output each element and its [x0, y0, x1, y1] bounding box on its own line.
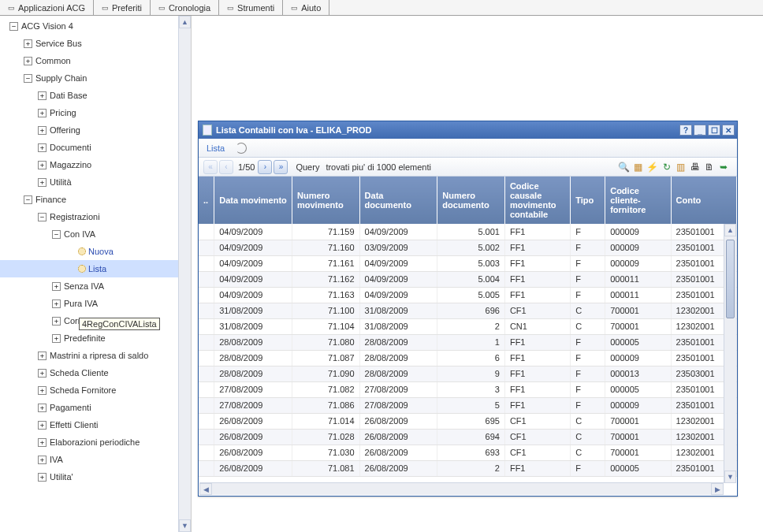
expand-icon[interactable]: +	[52, 299, 61, 308]
column-header[interactable]: Conto	[671, 177, 736, 224]
table-row[interactable]: 04/09/200971.16104/09/20095.003FF1F00000…	[199, 255, 737, 271]
expand-icon[interactable]: +	[24, 57, 32, 65]
scroll-down-icon[interactable]: ▼	[724, 471, 736, 483]
tree-item[interactable]: +Predefinite	[0, 329, 191, 347]
tree-item[interactable]: +Scheda Fornitore	[0, 381, 191, 399]
scroll-left-icon[interactable]: ◀	[199, 483, 212, 495]
prev-page-button[interactable]: ‹	[219, 160, 233, 174]
columns-icon[interactable]: ▥	[675, 161, 687, 173]
tree-item[interactable]: +Documenti	[0, 139, 191, 156]
column-header[interactable]: Codice cliente-fornitore	[605, 177, 671, 224]
tree-item[interactable]: +Mastrini a ripresa di saldo	[0, 347, 191, 364]
refresh-grid-icon[interactable]: ↻	[661, 161, 672, 173]
table-row[interactable]: 28/08/200971.09028/08/20099FF1F000013235…	[199, 366, 737, 381]
maximize-button[interactable]: ☐	[708, 125, 720, 136]
column-header[interactable]: Data movimento	[214, 177, 292, 224]
table-row[interactable]: 26/08/200971.03026/08/2009693CF1C7000011…	[199, 445, 737, 460]
expand-icon[interactable]: +	[38, 369, 47, 378]
collapse-icon[interactable]: −	[38, 213, 47, 221]
menu-tab[interactable]: ▭Cronologia	[151, 0, 219, 15]
tree-item[interactable]: +Common	[0, 52, 191, 69]
lista-menu[interactable]: Lista	[207, 143, 225, 153]
column-header[interactable]: Numero movimento	[292, 177, 360, 224]
export-icon[interactable]: 🗎	[703, 161, 715, 173]
table-row[interactable]: 26/08/200971.01426/08/2009695CF1C7000011…	[199, 413, 737, 429]
scroll-up-icon[interactable]: ▲	[179, 16, 191, 28]
menu-tab[interactable]: ▭Applicazioni ACG	[0, 0, 94, 15]
tree-item[interactable]: −ACG Vision 4	[0, 17, 191, 35]
tree-item[interactable]: −Con IVA	[0, 225, 191, 243]
scroll-thumb[interactable]	[726, 240, 735, 318]
sidebar-scrollbar[interactable]: ▲ ▼	[178, 16, 191, 532]
data-grid[interactable]: ..Data movimentoNumero movimentoData doc…	[199, 177, 737, 477]
tree-item[interactable]: −Supply Chain	[0, 69, 191, 87]
column-header[interactable]: Data documento	[359, 177, 437, 224]
close-button[interactable]: ✕	[722, 125, 735, 136]
grid-hscrollbar[interactable]: ◀ ▶	[199, 482, 724, 495]
scroll-down-icon[interactable]: ▼	[179, 519, 191, 532]
column-header[interactable]: Tipo	[571, 177, 605, 224]
table-row[interactable]: 04/09/200971.16003/09/20095.002FF1F00000…	[199, 240, 737, 255]
collapse-icon[interactable]: −	[9, 22, 18, 31]
expand-icon[interactable]: +	[38, 421, 47, 430]
expand-icon[interactable]: +	[52, 334, 61, 343]
table-row[interactable]: 28/08/200971.08028/08/20091FF1F000005235…	[199, 334, 737, 350]
query-label[interactable]: Query	[296, 162, 319, 172]
table-row[interactable]: 27/08/200971.08227/08/20093FF1F000005235…	[199, 381, 737, 397]
expand-icon[interactable]: +	[38, 404, 47, 412]
print-icon[interactable]: 🖶	[689, 161, 701, 173]
expand-icon[interactable]: +	[38, 352, 47, 360]
expand-icon[interactable]: +	[38, 126, 47, 135]
tree-item[interactable]: +Utilita'	[0, 468, 191, 485]
send-icon[interactable]: ➥	[717, 161, 729, 173]
tree-item[interactable]: +Service Bus	[0, 35, 191, 52]
grid-vscrollbar[interactable]: ▲ ▼	[724, 224, 736, 483]
lightning-icon[interactable]: ⚡	[646, 161, 658, 173]
search-icon[interactable]: 🔍	[618, 161, 630, 173]
tree-item[interactable]: +Pricing	[0, 104, 191, 121]
expand-icon[interactable]: +	[38, 386, 47, 395]
collapse-icon[interactable]: −	[24, 195, 32, 204]
tree-item[interactable]: Nuova	[0, 243, 191, 260]
tree-item[interactable]: +Offering	[0, 121, 191, 139]
column-header[interactable]: ..	[199, 177, 214, 224]
tree-item[interactable]: +Dati Base	[0, 87, 191, 104]
expand-icon[interactable]: +	[38, 456, 47, 464]
table-row[interactable]: 27/08/200971.08627/08/20095FF1F000009235…	[199, 397, 737, 413]
menu-tab[interactable]: ▭Strumenti	[219, 0, 283, 15]
first-page-button[interactable]: «	[203, 160, 218, 174]
expand-icon[interactable]: +	[24, 39, 32, 48]
window-titlebar[interactable]: Lista Contabili con Iva - ELIKA_PROD ? _…	[199, 121, 737, 139]
tree-item[interactable]: +Elaborazioni periodiche	[0, 433, 191, 451]
expand-icon[interactable]: +	[38, 178, 47, 187]
tree-item[interactable]: −Registrazioni	[0, 208, 191, 225]
tree-item[interactable]: +IVA	[0, 451, 191, 468]
expand-icon[interactable]: +	[38, 91, 47, 100]
collapse-icon[interactable]: −	[52, 230, 61, 239]
tree-item[interactable]: +Pagamenti	[0, 399, 191, 416]
tree-item[interactable]: +Senza IVA	[0, 277, 191, 295]
expand-icon[interactable]: +	[38, 143, 47, 152]
expand-icon[interactable]: +	[38, 438, 47, 447]
expand-icon[interactable]: +	[52, 282, 61, 291]
tree-item[interactable]: +Pura IVA	[0, 295, 191, 312]
menu-tab[interactable]: ▭Preferiti	[94, 0, 151, 15]
help-button[interactable]: ?	[679, 125, 692, 136]
tree-item[interactable]: +Magazzino	[0, 156, 191, 173]
expand-icon[interactable]: +	[38, 161, 47, 169]
tree-item[interactable]: +Effetti Clienti	[0, 416, 191, 433]
column-header[interactable]: Numero documento	[437, 177, 505, 224]
collapse-icon[interactable]: −	[24, 74, 32, 83]
column-header[interactable]: Codice causale movimento contabile	[504, 177, 570, 224]
table-row[interactable]: 04/09/200971.16304/09/20095.005FF1F00001…	[199, 287, 737, 303]
minimize-button[interactable]: _	[694, 125, 706, 136]
tree-item[interactable]: −Finance	[0, 191, 191, 208]
expand-icon[interactable]: +	[52, 317, 61, 326]
table-row[interactable]: 26/08/200971.02826/08/2009694CF1C7000011…	[199, 429, 737, 445]
scroll-up-icon[interactable]: ▲	[724, 224, 736, 236]
expand-icon[interactable]: +	[38, 109, 47, 117]
table-row[interactable]: 31/08/200971.10031/08/2009696CF1C7000011…	[199, 303, 737, 318]
table-row[interactable]: 26/08/200971.08126/08/20092FF1F000005235…	[199, 460, 737, 476]
table-row[interactable]: 04/09/200971.15904/09/20095.001FF1F00000…	[199, 224, 737, 240]
tree-item[interactable]: Lista	[0, 260, 191, 277]
